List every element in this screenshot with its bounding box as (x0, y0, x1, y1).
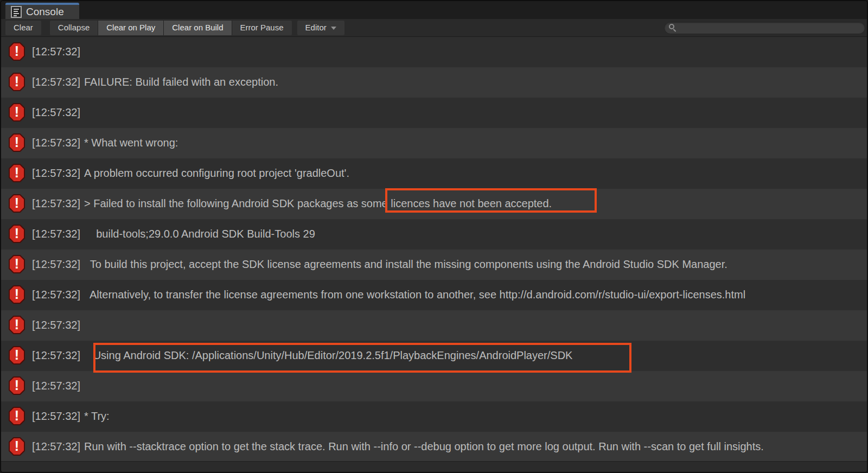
log-entry-row[interactable]: ! [12:57:32] * Try: (1, 401, 867, 432)
log-timestamp: [12:57:32] (32, 42, 80, 61)
log-entry-row[interactable]: ! [12:57:32] > Failed to install the fol… (1, 189, 867, 219)
tab-console[interactable]: Console (5, 3, 79, 19)
error-icon-glyph: ! (15, 75, 19, 88)
log-timestamp: [12:57:32] (32, 285, 80, 304)
log-entry-row[interactable]: ! [12:57:32] A problem occurred configur… (1, 158, 867, 189)
error-icon: ! (9, 316, 25, 334)
error-icon-glyph: ! (15, 44, 19, 58)
clear-on-play-toggle[interactable]: Clear on Play (98, 21, 164, 35)
log-timestamp: [12:57:32] (32, 73, 80, 91)
clear-on-build-toggle[interactable]: Clear on Build (164, 21, 232, 35)
toolbar-toggle-group: Collapse Clear on Play Clear on Build Er… (50, 21, 292, 35)
console-toolbar: Clear Collapse Clear on Play Clear on Bu… (1, 19, 867, 37)
clear-button[interactable]: Clear (5, 21, 41, 35)
error-icon-glyph: ! (15, 439, 19, 453)
log-entry-row[interactable]: ! [12:57:32] (1, 98, 867, 128)
log-entry-row[interactable]: ! [12:57:32] (1, 37, 867, 67)
log-timestamp: [12:57:32] (32, 346, 80, 365)
search-icon (669, 24, 677, 32)
log-entry-row[interactable]: ! [12:57:32] Using Android SDK: /Applica… (1, 341, 867, 371)
editor-dropdown-button[interactable]: Editor (297, 21, 344, 35)
error-icon-glyph: ! (15, 318, 19, 331)
collapse-toggle[interactable]: Collapse (50, 21, 98, 35)
log-timestamp: [12:57:32] (32, 194, 80, 213)
tab-bar: Console (1, 1, 867, 19)
error-icon: ! (9, 133, 25, 152)
log-message: Run with --stacktrace option to get the … (84, 437, 764, 456)
log-entry-row[interactable]: ! [12:57:32] Run with --stacktrace optio… (1, 432, 867, 462)
log-timestamp: [12:57:32] (32, 407, 80, 425)
error-icon-glyph: ! (15, 136, 19, 149)
error-pause-toggle[interactable]: Error Pause (232, 21, 292, 35)
log-timestamp: [12:57:32] (32, 376, 80, 395)
log-message: Alternatively, to transfer the license a… (84, 285, 745, 304)
error-icon: ! (9, 285, 25, 304)
console-bottom-strip (1, 461, 867, 472)
error-icon-glyph: ! (15, 348, 19, 362)
error-icon-glyph: ! (15, 196, 19, 210)
error-icon-glyph: ! (15, 105, 19, 119)
error-icon: ! (9, 346, 25, 365)
search-input[interactable] (680, 24, 860, 33)
error-icon: ! (9, 164, 25, 182)
log-timestamp: [12:57:32] (32, 255, 80, 273)
error-icon-glyph: ! (15, 379, 19, 392)
log-entry-row[interactable]: ! [12:57:32] Alternatively, to transfer … (1, 280, 867, 310)
error-icon-glyph: ! (15, 287, 19, 301)
error-icon: ! (9, 255, 25, 273)
log-timestamp: [12:57:32] (32, 133, 80, 152)
error-icon-glyph: ! (15, 409, 19, 423)
error-icon: ! (9, 42, 25, 61)
log-timestamp: [12:57:32] (32, 164, 80, 182)
error-icon: ! (9, 407, 25, 425)
log-list: ! [12:57:32] ! [12:57:32] FAILURE: Build… (1, 37, 867, 462)
log-entry-row[interactable]: ! [12:57:32] (1, 310, 867, 341)
log-message: A problem occurred configuring root proj… (84, 164, 349, 182)
error-icon: ! (9, 194, 25, 213)
log-entry-row[interactable]: ! [12:57:32] * What went wrong: (1, 128, 867, 158)
error-icon: ! (9, 437, 25, 456)
error-icon-glyph: ! (15, 227, 19, 240)
error-icon: ! (9, 225, 25, 243)
editor-dropdown-label: Editor (305, 21, 327, 35)
log-timestamp: [12:57:32] (32, 437, 80, 456)
error-icon: ! (9, 73, 25, 91)
log-entry-row[interactable]: ! [12:57:32] (1, 371, 867, 401)
error-icon-glyph: ! (15, 166, 19, 180)
error-icon-glyph: ! (15, 257, 19, 271)
log-timestamp: [12:57:32] (32, 316, 80, 334)
log-entry-row[interactable]: ! [12:57:32] build-tools;29.0.0 Android … (1, 219, 867, 250)
chevron-down-icon (331, 27, 336, 30)
log-message: * Try: (84, 407, 110, 425)
log-entry-row[interactable]: ! [12:57:32] To build this project, acce… (1, 250, 867, 280)
log-message: To build this project, accept the SDK li… (84, 255, 727, 273)
log-message: > Failed to install the following Androi… (84, 194, 552, 213)
console-icon (11, 6, 22, 18)
console-window: Console Clear Collapse Clear on Play Cle… (0, 0, 868, 473)
log-message: * What went wrong: (84, 133, 178, 152)
log-message: FAILURE: Build failed with an exception. (84, 73, 278, 91)
log-message: Using Android SDK: /Applications/Unity/H… (84, 346, 573, 365)
log-message: build-tools;29.0.0 Android SDK Build-Too… (84, 225, 315, 243)
error-icon: ! (9, 376, 25, 395)
search-field[interactable] (664, 22, 865, 34)
tab-label: Console (26, 6, 64, 18)
log-timestamp: [12:57:32] (32, 225, 80, 243)
log-timestamp: [12:57:32] (32, 103, 80, 122)
error-icon: ! (9, 103, 25, 122)
log-entry-row[interactable]: ! [12:57:32] FAILURE: Build failed with … (1, 67, 867, 98)
